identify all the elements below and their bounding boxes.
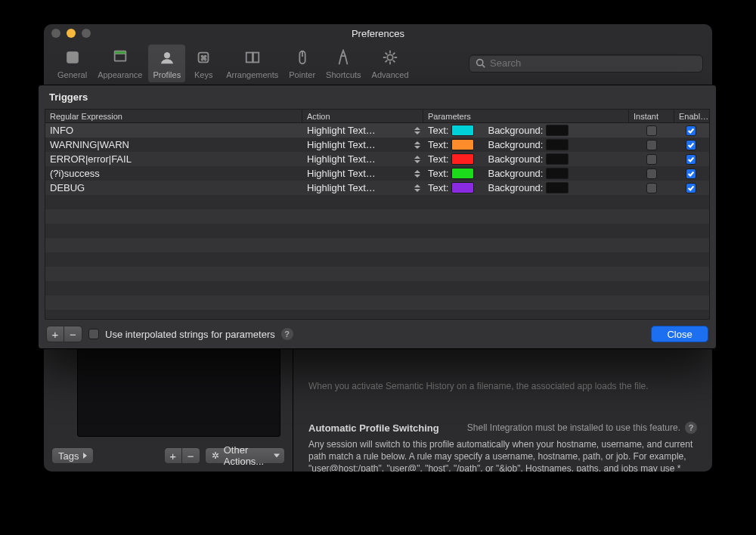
text-color-well[interactable]: [451, 139, 474, 150]
tab-advanced[interactable]: Advanced: [367, 45, 414, 82]
parameters-cell: Text:Background:: [423, 168, 629, 179]
action-stepper[interactable]: [414, 156, 420, 163]
empty-row: [45, 295, 709, 310]
tab-label: Keys: [194, 70, 212, 79]
close-button[interactable]: Close: [651, 326, 708, 342]
tab-arrangements[interactable]: Arrangements: [222, 45, 283, 82]
background-color-well[interactable]: [546, 168, 569, 179]
regex-cell[interactable]: (?i)success: [45, 168, 302, 179]
col-instant[interactable]: Instant: [629, 110, 674, 122]
add-trigger-button[interactable]: +: [46, 326, 64, 342]
col-enabled[interactable]: Enabl…: [674, 110, 708, 122]
param-bg-label: Background:: [488, 153, 543, 165]
table-row[interactable]: ERROR|error|FAILHighlight Text…Text:Back…: [45, 152, 709, 166]
regex-cell[interactable]: ERROR|error|FAIL: [45, 153, 302, 165]
enabled-checkbox[interactable]: [686, 169, 696, 179]
col-action[interactable]: Action: [302, 110, 423, 122]
svg-rect-7: [253, 52, 259, 62]
action-stepper[interactable]: [414, 170, 420, 178]
instant-checkbox[interactable]: [646, 125, 657, 136]
tags-button-label: Tags: [58, 450, 79, 462]
triggers-grid: Regular Expression Action Parameters Ins…: [45, 109, 710, 320]
search-field[interactable]: [469, 54, 703, 73]
search-input[interactable]: [490, 57, 696, 69]
background-color-well[interactable]: [546, 125, 569, 136]
table-row[interactable]: WARNING|WARNHighlight Text…Text:Backgrou…: [45, 138, 709, 152]
background-color-well[interactable]: [546, 139, 569, 150]
regex-cell[interactable]: INFO: [45, 125, 302, 136]
param-text-label: Text:: [428, 168, 448, 179]
empty-row: [45, 281, 709, 295]
svg-rect-6: [246, 52, 252, 62]
param-bg-label: Background:: [488, 125, 543, 136]
gear-icon: [380, 48, 400, 67]
profile-sidebar-toolbar: Tags + − ✲ Other Actions...: [51, 447, 285, 464]
text-color-well[interactable]: [451, 182, 474, 193]
remove-trigger-button[interactable]: −: [64, 326, 82, 342]
shortcuts-icon: [333, 48, 353, 67]
instant-checkbox[interactable]: [646, 154, 657, 165]
background-color-well[interactable]: [546, 153, 569, 165]
action-cell[interactable]: Highlight Text…: [302, 168, 423, 179]
text-color-well[interactable]: [451, 125, 474, 136]
aps-tip: Shell Integration must be installed to u…: [467, 422, 680, 433]
param-text-label: Text:: [428, 182, 448, 193]
aps-body: Any session will switch to this profile …: [308, 438, 697, 472]
interpolated-help-button[interactable]: ?: [281, 328, 293, 340]
toolbar: General Appearance Profiles ⌘ Keys Arran…: [44, 42, 712, 86]
svg-line-20: [482, 65, 485, 67]
add-profile-button[interactable]: +: [164, 447, 182, 464]
param-bg-label: Background:: [488, 139, 543, 150]
aps-help-button[interactable]: ?: [685, 422, 697, 434]
tab-appearance[interactable]: Appearance: [93, 45, 147, 82]
regex-cell[interactable]: DEBUG: [45, 182, 302, 193]
action-cell[interactable]: Highlight Text…: [302, 125, 423, 136]
instant-checkbox[interactable]: [646, 169, 657, 179]
param-bg-label: Background:: [488, 168, 543, 179]
other-actions-menu[interactable]: ✲ Other Actions...: [205, 447, 285, 464]
action-label: Highlight Text…: [307, 168, 411, 179]
tags-button[interactable]: Tags: [51, 447, 94, 464]
action-stepper[interactable]: [414, 127, 420, 135]
tab-keys[interactable]: ⌘ Keys: [187, 45, 220, 82]
tab-general[interactable]: General: [53, 45, 91, 82]
col-params[interactable]: Parameters: [423, 110, 629, 122]
parameters-cell: Text:Background:: [423, 125, 629, 136]
enabled-checkbox[interactable]: [686, 125, 696, 136]
arrangements-icon: [243, 48, 262, 67]
tab-label: Arrangements: [226, 70, 278, 79]
search-icon: [476, 58, 485, 68]
table-row[interactable]: DEBUGHighlight Text…Text:Background:: [45, 181, 709, 195]
regex-cell[interactable]: WARNING|WARN: [45, 139, 302, 150]
enabled-checkbox[interactable]: [686, 154, 696, 165]
instant-checkbox[interactable]: [646, 183, 657, 193]
param-bg-label: Background:: [488, 182, 543, 193]
empty-row: [45, 209, 709, 224]
instant-checkbox[interactable]: [646, 140, 657, 150]
enabled-checkbox[interactable]: [686, 183, 696, 193]
background-color-well[interactable]: [546, 182, 569, 193]
interpolated-checkbox[interactable]: [88, 329, 99, 339]
tab-pointer[interactable]: Pointer: [284, 45, 320, 82]
empty-row: [45, 310, 709, 319]
table-row[interactable]: (?i)successHighlight Text…Text:Backgroun…: [45, 166, 709, 181]
tab-shortcuts[interactable]: Shortcuts: [321, 45, 365, 82]
action-cell[interactable]: Highlight Text…: [302, 139, 423, 150]
col-regex[interactable]: Regular Expression: [45, 110, 302, 122]
empty-row: [45, 252, 709, 267]
enabled-checkbox[interactable]: [686, 140, 696, 150]
action-cell[interactable]: Highlight Text…: [302, 182, 423, 193]
action-cell[interactable]: Highlight Text…: [302, 153, 423, 165]
gear-small-icon: ✲: [212, 450, 219, 461]
action-stepper[interactable]: [414, 141, 420, 149]
grid-header: Regular Expression Action Parameters Ins…: [45, 110, 709, 123]
tab-profiles[interactable]: Profiles: [148, 45, 185, 82]
empty-row: [45, 238, 709, 252]
tab-label: Shortcuts: [326, 70, 361, 79]
text-color-well[interactable]: [451, 168, 474, 179]
table-row[interactable]: INFOHighlight Text…Text:Background:: [45, 123, 709, 138]
action-stepper[interactable]: [414, 184, 420, 192]
remove-profile-button[interactable]: −: [182, 447, 200, 464]
text-color-well[interactable]: [451, 153, 474, 165]
sheet-footer: + − Use interpolated strings for paramet…: [39, 320, 716, 348]
